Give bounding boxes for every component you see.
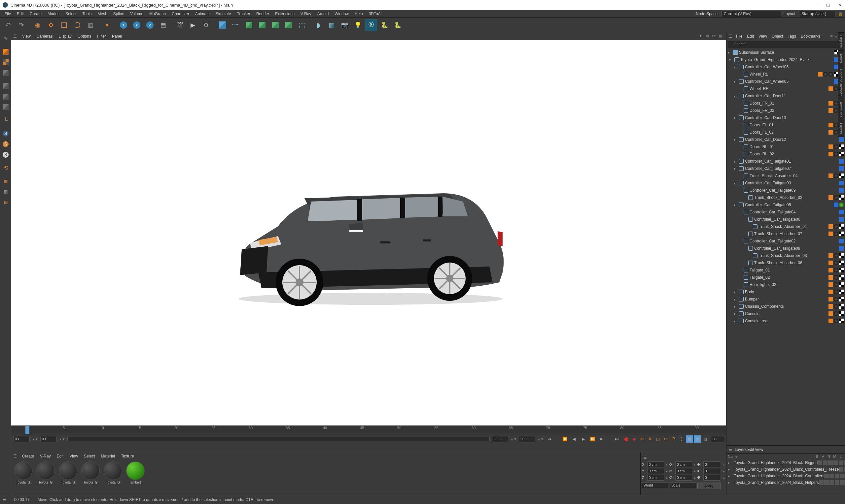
current-frame-field[interactable]: 90 F — [492, 436, 508, 442]
tag-green[interactable] — [839, 202, 844, 207]
hierarchy-row[interactable]: ▾Toyota_Grand_Highlander_2024_Black — [726, 56, 845, 63]
cube-primitive-button[interactable] — [217, 19, 228, 31]
tag-checker[interactable] — [839, 275, 844, 280]
menu-modes[interactable]: Modes — [45, 11, 62, 17]
tag-orange[interactable] — [828, 232, 833, 236]
viewport-nav-icon-1[interactable]: ✦ — [699, 34, 704, 39]
tag-blue[interactable] — [839, 188, 844, 193]
material-menu-view[interactable]: View — [67, 453, 81, 460]
menu-3dtoall[interactable]: 3DToAll — [366, 11, 385, 17]
obj-funnel-icon[interactable]: ▽ — [834, 34, 838, 39]
tag-checker[interactable] — [839, 232, 844, 236]
search-input[interactable] — [728, 41, 843, 47]
hierarchy-row[interactable]: ▾Console_rear — [726, 317, 845, 325]
pos-y-field[interactable]: 0 cm — [647, 468, 664, 474]
prev-key-button[interactable]: ⏪ — [561, 435, 568, 443]
layer-toggle-icon[interactable] — [823, 461, 828, 465]
hierarchy-row[interactable]: ▾Controller_Car_Tailgate01 — [726, 158, 845, 165]
layer-toggle-icon[interactable] — [833, 461, 838, 465]
tag-orange[interactable] — [818, 72, 823, 76]
workplane-3-button[interactable]: ▧ — [1, 197, 11, 207]
menu-help[interactable]: Help — [352, 11, 365, 17]
end-label-field[interactable]: 0 F — [711, 436, 724, 442]
tag-orange[interactable] — [828, 108, 833, 113]
layer-toggle-icon[interactable] — [829, 474, 834, 478]
timeline-mode-2-button[interactable]: ▤ — [694, 435, 701, 443]
layer-toggle-icon[interactable] — [840, 474, 845, 478]
tag-orange[interactable] — [828, 268, 833, 272]
next-frame-button[interactable]: ⏩ — [589, 435, 596, 443]
y-axis-button[interactable]: Y — [131, 19, 143, 31]
layer-toggle-icon[interactable] — [824, 474, 829, 478]
tag-orange[interactable] — [828, 297, 833, 302]
tag-blue[interactable] — [839, 137, 844, 142]
tag-dark[interactable] — [834, 224, 839, 229]
light-button[interactable]: 💡 — [352, 19, 364, 31]
edge-mode-button[interactable] — [1, 92, 11, 102]
material-thumb[interactable]: Toyota_G — [102, 462, 123, 493]
tag-orange[interactable] — [828, 86, 833, 91]
tag-checker[interactable] — [839, 195, 844, 200]
start-frame-field-2[interactable]: 0 F — [40, 436, 57, 442]
menu-select[interactable]: Select — [63, 11, 79, 17]
object-menu-edit[interactable]: Edit — [745, 33, 756, 40]
viewport-nav-icon-3[interactable]: ⟳ — [712, 34, 718, 39]
tag-dark[interactable] — [828, 72, 833, 76]
tag-dark[interactable] — [834, 152, 839, 156]
lock-icon[interactable]: 🔒 — [838, 12, 843, 16]
object-menu-tags[interactable]: Tags — [786, 33, 798, 40]
layer-toggle-icon[interactable] — [835, 474, 839, 478]
key-rot-button[interactable]: ⟳ — [662, 435, 669, 443]
tag-blue[interactable] — [839, 210, 844, 214]
point-mode-button[interactable] — [1, 81, 11, 91]
side-tab-objects[interactable]: Objects — [838, 32, 844, 51]
hierarchy-row[interactable]: Controller_Car_Tailgate09 — [726, 187, 845, 194]
end-frame-field[interactable]: 90 F — [519, 436, 535, 442]
size-x-field[interactable]: 0 cm — [675, 462, 692, 467]
timeline-scrubber[interactable] — [67, 437, 490, 441]
hierarchy-row[interactable]: ▾Controller_Car_Tailgate05 — [726, 201, 845, 209]
python-button-1[interactable]: 🐍 — [378, 19, 390, 31]
camera-button[interactable]: 📷 — [339, 19, 351, 31]
hierarchy-row[interactable]: Controller_Car_Tailgate04 — [726, 209, 845, 216]
workplane-button[interactable] — [1, 68, 11, 78]
menu-tools[interactable]: Tools — [80, 11, 94, 17]
object-menu-bookmarks[interactable]: Bookmarks — [799, 33, 823, 40]
hierarchy-row[interactable]: Trunk_Shock_Absorber_06 — [726, 259, 845, 267]
tag-dark[interactable] — [834, 195, 839, 200]
hierarchy-row[interactable]: ▾Controller_Car_Wheel06 — [726, 63, 845, 71]
minimize-icon[interactable]: — — [813, 2, 818, 7]
layers-menu-edit[interactable]: Edit — [747, 447, 754, 452]
menu-spline[interactable]: Spline — [110, 11, 127, 17]
hierarchy-row[interactable]: Doors_RL_02 — [726, 150, 845, 158]
hierarchy-row[interactable]: Trunk_Shock_Absorber_03 — [726, 252, 845, 259]
viewport-menu-display[interactable]: Display — [56, 33, 74, 40]
redo-button[interactable]: ↷ — [15, 19, 27, 31]
hierarchy-row[interactable]: ▾Controller_Car_Tailgate07 — [726, 165, 845, 172]
close-icon[interactable]: ✕ — [837, 2, 842, 7]
generator-button[interactable] — [243, 19, 255, 31]
key-scale-button[interactable]: ▢ — [654, 435, 661, 443]
hierarchy-row[interactable]: ▾Chassis_Components — [726, 303, 845, 310]
hierarchy-root-row[interactable]: ▾ Subdivision Surface ✓ — [726, 49, 845, 56]
layer-toggle-icon[interactable] — [839, 467, 843, 472]
hierarchy-row[interactable]: Rear_lights_02 — [726, 281, 845, 288]
tag-orange[interactable] — [828, 260, 833, 265]
hierarchy-row[interactable]: Doors_FL_01 — [726, 121, 845, 129]
tag-orange[interactable] — [828, 290, 833, 294]
tag-dark[interactable] — [834, 174, 839, 178]
hierarchy-row[interactable]: Tailgate_01 — [726, 267, 845, 274]
tag-dark[interactable] — [834, 282, 839, 287]
hierarchy-row[interactable]: Tailgate_02 — [726, 274, 845, 281]
layer-toggle-icon[interactable] — [839, 461, 843, 465]
tag-checker[interactable] — [839, 224, 844, 229]
hierarchy-row[interactable]: Controller_Car_Tailgate06 — [726, 216, 845, 223]
side-tab-layers[interactable]: Layers — [838, 120, 844, 137]
layer-toggle-icon[interactable] — [840, 480, 845, 485]
menu-mesh[interactable]: Mesh — [95, 11, 110, 17]
viewport-menu-filter[interactable]: Filter — [94, 33, 109, 40]
hierarchy-row[interactable]: Trunk_Shock_Absorber_01 — [726, 223, 845, 230]
menu-mograph[interactable]: MoGraph — [146, 11, 168, 17]
layer-toggle-icon[interactable] — [828, 461, 833, 465]
material-thumb[interactable]: Toyota_G — [35, 462, 56, 493]
